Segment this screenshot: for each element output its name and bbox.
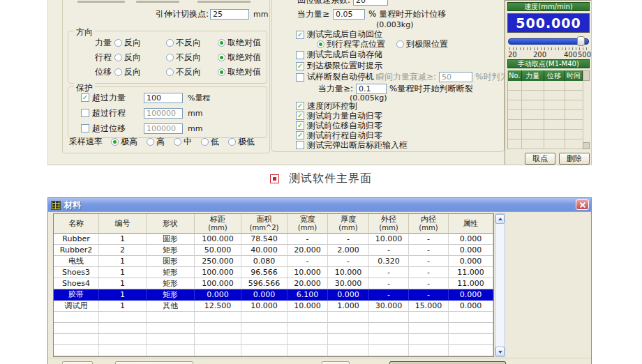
material-row[interactable]: 电线1圆形250.0000.080--0.320-0.000: [54, 256, 493, 267]
limit-prompt-checkbox[interactable]: ✓: [296, 62, 304, 70]
material-row[interactable]: Rubber22矩形50.00040.00020.0002.000--0.000: [54, 245, 493, 256]
radio-option[interactable]: 中: [174, 136, 192, 148]
option-checkbox-row[interactable]: ✓测试前位移自动归零: [296, 121, 408, 130]
column-header[interactable]: 属性: [449, 214, 493, 234]
option-checkbox-row[interactable]: ✓测试前力量自动归零: [296, 112, 408, 120]
material-row[interactable]: 调试用1其他12.50010.00010.0001.00030.00015.00…: [54, 301, 493, 312]
checkbox[interactable]: ✓: [296, 102, 304, 110]
radio[interactable]: [114, 39, 122, 47]
radio[interactable]: [317, 40, 324, 48]
checkbox[interactable]: [81, 124, 89, 132]
extensometer-input[interactable]: [210, 9, 249, 20]
material-row[interactable]: Shoes31矩形100.00096.56610.00010.000--11.0…: [54, 267, 493, 278]
column-header[interactable]: 面积(mm^2): [241, 214, 288, 234]
radio[interactable]: [218, 68, 225, 76]
radio[interactable]: [218, 39, 225, 47]
delete-point-button[interactable]: 删除: [559, 153, 590, 165]
column-header[interactable]: 编号: [99, 214, 147, 234]
clipped-button[interactable]: [322, 361, 350, 364]
grid-empty-row[interactable]: [508, 120, 590, 130]
vertical-scrollbar[interactable]: [495, 213, 505, 357]
radio[interactable]: [396, 40, 404, 48]
protection-value-input[interactable]: [144, 108, 183, 119]
auto-save-checkbox[interactable]: [296, 51, 304, 59]
material-empty-row[interactable]: [54, 312, 493, 323]
checkbox[interactable]: [81, 109, 89, 117]
radio-option[interactable]: 高: [147, 136, 165, 148]
checkbox[interactable]: ✓: [296, 121, 304, 130]
grid-empty-row[interactable]: [508, 130, 590, 139]
protection-value-input[interactable]: [144, 123, 183, 134]
radio[interactable]: [228, 138, 236, 146]
protection-value-input[interactable]: [144, 93, 183, 103]
radio-option[interactable]: 反向: [114, 37, 166, 49]
material-empty-row[interactable]: [54, 334, 493, 345]
auto-return-checkbox[interactable]: ✓: [296, 31, 304, 39]
option-checkbox-row[interactable]: ✓测试前行程自动归零: [296, 131, 408, 139]
clipped-button[interactable]: [115, 361, 193, 364]
option-checkbox-row[interactable]: ✓速度闭环控制: [296, 102, 408, 110]
radio-option[interactable]: 低: [201, 136, 219, 148]
checkbox[interactable]: [296, 141, 304, 149]
grid-corner-box[interactable]: [583, 142, 590, 149]
radio-option[interactable]: 极低: [228, 136, 255, 148]
radio[interactable]: [166, 39, 174, 47]
radio[interactable]: [218, 54, 225, 61]
radio-option[interactable]: 到极限位置: [396, 38, 448, 50]
radio-option[interactable]: 不反向: [166, 66, 218, 78]
column-header[interactable]: 外径(mm): [369, 214, 409, 234]
grid-empty-row[interactable]: [508, 91, 590, 100]
clipped-panel[interactable]: [389, 361, 506, 364]
grid-empty-row[interactable]: [508, 100, 590, 110]
radio-option[interactable]: 极高: [111, 136, 137, 148]
radio[interactable]: [174, 138, 181, 146]
auto-save-row[interactable]: 测试完成后自动存储: [296, 49, 382, 61]
radio-option[interactable]: 取绝对值: [218, 66, 261, 78]
speed-slider[interactable]: [508, 36, 589, 46]
radio-option[interactable]: 不反向: [166, 52, 218, 63]
close-button[interactable]: [576, 199, 589, 210]
displacement-start-input[interactable]: [333, 9, 365, 20]
scroll-down-button[interactable]: [495, 347, 505, 356]
grid-empty-row[interactable]: [508, 110, 590, 120]
grid-empty-row[interactable]: [508, 139, 590, 149]
radio-option[interactable]: 取绝对值: [218, 52, 261, 63]
material-row[interactable]: Rubber1圆形100.00078.540--10.000-0.000: [54, 234, 493, 245]
grid-empty-row[interactable]: [508, 81, 590, 91]
radio[interactable]: [166, 54, 174, 61]
radio[interactable]: [114, 68, 122, 76]
column-header[interactable]: 形状: [147, 214, 195, 234]
column-header[interactable]: 名称: [54, 214, 99, 234]
option-checkbox-row[interactable]: 测试完弹出断后标距输入框: [296, 141, 408, 149]
checkbox[interactable]: ✓: [296, 131, 304, 139]
material-empty-row[interactable]: [54, 323, 493, 334]
break-stop-row[interactable]: 试样断裂自动停机 瞬间力量衰减≥: %时判为断裂: [296, 71, 525, 83]
column-header[interactable]: 宽度(mm): [288, 214, 328, 234]
radio[interactable]: [147, 138, 154, 146]
radio-option[interactable]: 反向: [114, 66, 166, 78]
grid-header-corner[interactable]: [583, 70, 590, 81]
break-judge-input[interactable]: [356, 84, 387, 94]
radio[interactable]: [166, 68, 174, 76]
radio-option[interactable]: 反向: [114, 52, 166, 63]
materials-titlebar[interactable]: 材料: [48, 198, 591, 212]
radio[interactable]: [111, 138, 119, 146]
radio-option[interactable]: 不反向: [166, 37, 218, 49]
clipped-button[interactable]: [62, 361, 93, 364]
pick-point-button[interactable]: 取点: [525, 153, 555, 165]
scroll-up-button[interactable]: [495, 214, 505, 224]
radio-option[interactable]: 取绝对值: [218, 37, 261, 49]
radio[interactable]: [201, 138, 209, 146]
slider-thumb[interactable]: [577, 36, 585, 46]
column-header[interactable]: 标距(mm): [195, 214, 241, 234]
radio[interactable]: [114, 54, 122, 61]
material-row[interactable]: Shoes41矩形100.000596.56620.00030.000--11.…: [54, 278, 493, 289]
checkbox[interactable]: ✓: [81, 93, 89, 102]
material-empty-row[interactable]: [54, 345, 493, 356]
break-stop-checkbox[interactable]: [296, 73, 304, 82]
return-coefficient-input[interactable]: [353, 0, 388, 6]
checkbox[interactable]: ✓: [296, 112, 304, 120]
break-stop-input[interactable]: [439, 72, 472, 82]
limit-prompt-row[interactable]: ✓ 到达极限位置时提示: [296, 60, 382, 72]
column-header[interactable]: 厚度(mm): [328, 214, 369, 234]
